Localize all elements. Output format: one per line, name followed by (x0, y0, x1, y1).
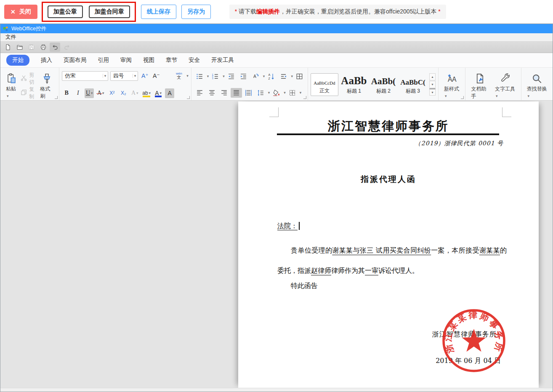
style-heading3[interactable]: AaBbC( 标题 3 (399, 73, 427, 96)
grow-font-button[interactable]: A⁺ (140, 71, 149, 81)
quick-toolbar (0, 42, 553, 53)
svg-text:Z: Z (269, 77, 271, 80)
window-title: WebOffice控件 (11, 25, 46, 32)
text-tool-button[interactable]: 文字工具▾ (492, 72, 518, 98)
pinyin-guide-button[interactable]: wén 文 (174, 71, 183, 81)
insert-table-icon[interactable] (294, 72, 305, 81)
notice-star-right: * (438, 8, 440, 15)
sort-icon[interactable]: AZ (266, 72, 277, 81)
weboffice-logo-icon (3, 26, 9, 32)
tab-review[interactable]: 审阅 (120, 56, 132, 64)
distribute-icon[interactable] (243, 88, 254, 98)
paragraph-segment: 赵律师 (311, 267, 331, 275)
cjk-layout-icon[interactable] (278, 72, 289, 81)
borders-icon[interactable] (287, 88, 298, 98)
superscript-button[interactable]: X² (107, 88, 117, 98)
open-file-icon[interactable] (14, 43, 25, 52)
save-online-button[interactable]: 线上保存 (141, 5, 176, 19)
tab-insert[interactable]: 插入 (41, 56, 52, 64)
letterhead-title: 浙江智慧律师事务所 (238, 118, 539, 135)
italic-button[interactable]: I (73, 88, 82, 98)
bullets-icon[interactable] (194, 72, 205, 81)
ribbon-tabs: 开始 插入 页面布局 引用 审阅 视图 章节 安全 开发工具 (0, 53, 553, 68)
cut-icon (20, 75, 27, 83)
shading-icon[interactable] (271, 88, 282, 98)
chevron-down-icon: ▾ (133, 74, 136, 78)
styles-scroll-up-icon[interactable]: ▴ (429, 73, 436, 80)
align-left-icon[interactable] (194, 88, 205, 98)
styles-more-icon[interactable]: ▾ (429, 88, 436, 96)
body-paragraph: 贵单位受理的谢某某与张三 试用买卖合同纠纷一案，本所接受谢某某的委托，指派赵律师… (277, 240, 507, 281)
undo-icon[interactable] (50, 43, 60, 52)
tab-security[interactable]: 安全 (189, 56, 200, 64)
tab-home[interactable]: 开始 (6, 55, 29, 66)
align-right-icon[interactable] (218, 88, 230, 98)
format-painter-button[interactable]: 格式刷 (37, 72, 56, 98)
numbering-icon[interactable]: 123 (210, 72, 221, 81)
notice-text-post: ，并正确安装，重启浏览器后使用。兼容offcie2005以上版本 (280, 8, 438, 15)
paragraph-group: ▾ 123▾ A▾ AZ ▾ ▾ ▾ ▾ (191, 68, 308, 100)
document-number: （2019）浙律民代第 0001 号 (415, 140, 503, 147)
new-document-icon[interactable] (3, 43, 13, 52)
horizontal-scrollbar[interactable] (0, 388, 553, 392)
style-heading1[interactable]: AaBb 标题 1 (340, 73, 368, 96)
strikethrough-button[interactable]: A▾ (96, 88, 105, 98)
tab-page-layout[interactable]: 页面布局 (64, 56, 86, 64)
style-heading2[interactable]: AaBb( 标题 2 (370, 73, 397, 96)
print-icon[interactable] (38, 43, 48, 52)
tab-dev-tools[interactable]: 开发工具 (211, 56, 234, 64)
plugin-download-link[interactable]: 编辑插件 (256, 8, 280, 15)
align-center-icon[interactable] (206, 88, 218, 98)
styles-group: AaBbCcDd 正文 AaBb 标题 1 AaBb( 标题 2 AaBbC( … (308, 68, 439, 100)
weboffice-window: WebOffice控件 文件 开始 插入 页面布局 引用 审阅 视图 章节 安全… (0, 24, 553, 392)
underline-button[interactable]: U▾ (85, 88, 94, 98)
font-family-select[interactable]: 仿宋 ▾ (62, 71, 108, 81)
new-style-button[interactable]: AA 新样式▾ (441, 72, 463, 98)
doc-assistant-icon (474, 73, 486, 85)
redo-icon (61, 43, 72, 52)
paragraph-segment: 一案，本所接受 (431, 246, 479, 254)
decrease-indent-icon[interactable] (226, 72, 237, 81)
style-normal[interactable]: AaBbCcDd 正文 (311, 73, 338, 96)
character-shading-button[interactable]: A (165, 88, 174, 98)
tab-view[interactable]: 视图 (143, 56, 154, 64)
paragraph-segment: 谢某某 (479, 246, 500, 254)
window-titlebar: WebOffice控件 (0, 24, 553, 33)
save-as-button[interactable]: 另存为 (181, 5, 211, 19)
new-style-icon: AA (446, 73, 457, 85)
font-color-button[interactable]: A▾ (154, 88, 163, 98)
shrink-font-button[interactable]: A⁻ (152, 71, 161, 81)
document-page[interactable]: 浙江智慧律师事务所 （2019）浙律民代第 0001 号 指派代理人函 法院： … (238, 101, 539, 388)
date-line: 2019 年 06 月 04 日 (436, 357, 501, 365)
search-icon (531, 73, 542, 85)
chevron-down-icon: ▾ (103, 74, 106, 78)
subscript-button[interactable]: X₂ (119, 88, 128, 98)
increase-indent-icon[interactable] (238, 72, 249, 81)
justify-icon[interactable] (231, 88, 242, 98)
font-size-select[interactable]: 四号 ▾ (110, 71, 138, 81)
close-label: 关闭 (19, 8, 31, 16)
text-direction-icon[interactable]: A (250, 72, 261, 81)
menu-file[interactable]: 文件 (5, 34, 16, 41)
clear-format-button[interactable] (163, 71, 172, 81)
bold-button[interactable]: B (62, 88, 71, 98)
doc-assistant-button[interactable]: 文档助手 (468, 72, 492, 98)
stamp-contract-button[interactable]: 加盖合同章 (89, 5, 130, 18)
paragraph-segment: 律师作为其 (331, 267, 365, 275)
find-replace-button[interactable]: 查找替换▾ (524, 72, 550, 98)
paste-button[interactable]: 粘贴▾ (3, 72, 20, 98)
assistant-group: 文档助手 文字工具▾ (465, 68, 521, 100)
copy-button: 复制 (20, 86, 37, 100)
svg-text:A: A (452, 76, 457, 83)
paste-icon (6, 73, 17, 85)
tab-references[interactable]: 引用 (98, 56, 109, 64)
highlight-color-button[interactable]: ab▾ (141, 88, 152, 98)
line-spacing-icon[interactable] (255, 88, 266, 98)
stamp-official-button[interactable]: 加盖公章 (48, 5, 83, 18)
font-group: 仿宋 ▾ 四号 ▾ A⁺ A⁻ wén 文 ▾ (59, 68, 191, 100)
close-icon: ✕ (11, 8, 16, 15)
clipboard-group: 粘贴▾ 剪切 复制 格式刷 (0, 68, 59, 100)
tab-sections[interactable]: 章节 (166, 56, 177, 64)
styles-scroll-down-icon[interactable]: ▾ (429, 81, 436, 88)
close-button[interactable]: ✕ 关闭 (4, 5, 37, 19)
